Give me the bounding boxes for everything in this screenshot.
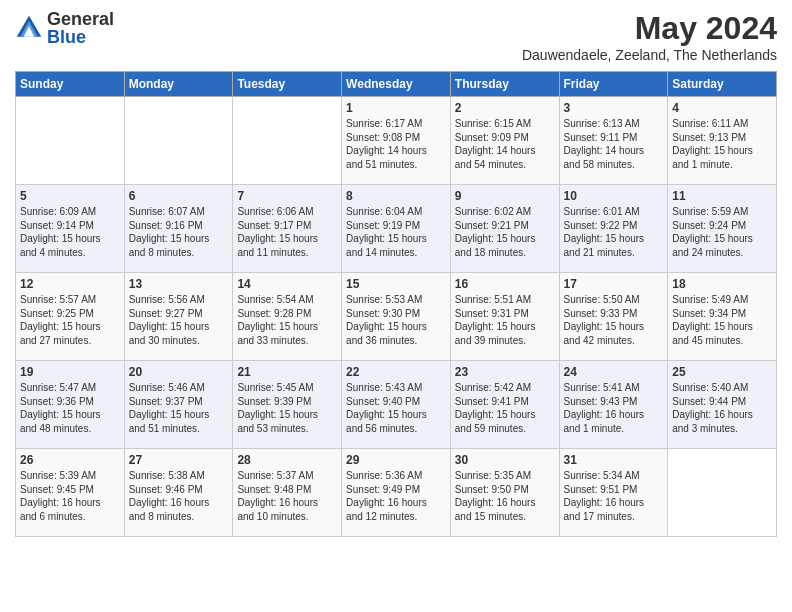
- calendar-cell: [668, 449, 777, 537]
- day-header-tuesday: Tuesday: [233, 72, 342, 97]
- day-number: 21: [237, 365, 337, 379]
- day-info: Sunrise: 5:47 AM Sunset: 9:36 PM Dayligh…: [20, 381, 120, 435]
- calendar-cell: 7Sunrise: 6:06 AM Sunset: 9:17 PM Daylig…: [233, 185, 342, 273]
- calendar-cell: 1Sunrise: 6:17 AM Sunset: 9:08 PM Daylig…: [342, 97, 451, 185]
- day-number: 23: [455, 365, 555, 379]
- calendar-cell: [233, 97, 342, 185]
- day-number: 18: [672, 277, 772, 291]
- day-info: Sunrise: 5:36 AM Sunset: 9:49 PM Dayligh…: [346, 469, 446, 523]
- day-info: Sunrise: 6:02 AM Sunset: 9:21 PM Dayligh…: [455, 205, 555, 259]
- calendar-cell: 25Sunrise: 5:40 AM Sunset: 9:44 PM Dayli…: [668, 361, 777, 449]
- day-header-thursday: Thursday: [450, 72, 559, 97]
- calendar-cell: 21Sunrise: 5:45 AM Sunset: 9:39 PM Dayli…: [233, 361, 342, 449]
- day-info: Sunrise: 6:04 AM Sunset: 9:19 PM Dayligh…: [346, 205, 446, 259]
- day-info: Sunrise: 5:53 AM Sunset: 9:30 PM Dayligh…: [346, 293, 446, 347]
- logo-icon: [15, 14, 43, 42]
- day-number: 10: [564, 189, 664, 203]
- day-number: 25: [672, 365, 772, 379]
- logo-general-text: General: [47, 10, 114, 28]
- calendar-header: SundayMondayTuesdayWednesdayThursdayFrid…: [16, 72, 777, 97]
- day-number: 31: [564, 453, 664, 467]
- calendar-cell: 6Sunrise: 6:07 AM Sunset: 9:16 PM Daylig…: [124, 185, 233, 273]
- day-number: 28: [237, 453, 337, 467]
- calendar-cell: 16Sunrise: 5:51 AM Sunset: 9:31 PM Dayli…: [450, 273, 559, 361]
- day-number: 27: [129, 453, 229, 467]
- day-number: 6: [129, 189, 229, 203]
- week-row-4: 19Sunrise: 5:47 AM Sunset: 9:36 PM Dayli…: [16, 361, 777, 449]
- day-info: Sunrise: 5:46 AM Sunset: 9:37 PM Dayligh…: [129, 381, 229, 435]
- title-block: May 2024 Dauwendaele, Zeeland, The Nethe…: [522, 10, 777, 63]
- day-number: 9: [455, 189, 555, 203]
- day-info: Sunrise: 5:45 AM Sunset: 9:39 PM Dayligh…: [237, 381, 337, 435]
- day-info: Sunrise: 5:41 AM Sunset: 9:43 PM Dayligh…: [564, 381, 664, 435]
- day-info: Sunrise: 5:51 AM Sunset: 9:31 PM Dayligh…: [455, 293, 555, 347]
- day-number: 3: [564, 101, 664, 115]
- logo-text: General Blue: [47, 10, 114, 46]
- calendar-body: 1Sunrise: 6:17 AM Sunset: 9:08 PM Daylig…: [16, 97, 777, 537]
- calendar-cell: 4Sunrise: 6:11 AM Sunset: 9:13 PM Daylig…: [668, 97, 777, 185]
- day-number: 11: [672, 189, 772, 203]
- day-info: Sunrise: 5:38 AM Sunset: 9:46 PM Dayligh…: [129, 469, 229, 523]
- day-info: Sunrise: 6:01 AM Sunset: 9:22 PM Dayligh…: [564, 205, 664, 259]
- day-number: 2: [455, 101, 555, 115]
- day-number: 29: [346, 453, 446, 467]
- calendar-cell: 3Sunrise: 6:13 AM Sunset: 9:11 PM Daylig…: [559, 97, 668, 185]
- logo-blue-text: Blue: [47, 28, 114, 46]
- calendar-cell: 17Sunrise: 5:50 AM Sunset: 9:33 PM Dayli…: [559, 273, 668, 361]
- day-info: Sunrise: 5:54 AM Sunset: 9:28 PM Dayligh…: [237, 293, 337, 347]
- day-number: 12: [20, 277, 120, 291]
- calendar-cell: [16, 97, 125, 185]
- day-info: Sunrise: 6:07 AM Sunset: 9:16 PM Dayligh…: [129, 205, 229, 259]
- calendar-table: SundayMondayTuesdayWednesdayThursdayFrid…: [15, 71, 777, 537]
- day-info: Sunrise: 5:49 AM Sunset: 9:34 PM Dayligh…: [672, 293, 772, 347]
- day-info: Sunrise: 5:42 AM Sunset: 9:41 PM Dayligh…: [455, 381, 555, 435]
- calendar-cell: 26Sunrise: 5:39 AM Sunset: 9:45 PM Dayli…: [16, 449, 125, 537]
- day-header-friday: Friday: [559, 72, 668, 97]
- day-info: Sunrise: 6:13 AM Sunset: 9:11 PM Dayligh…: [564, 117, 664, 171]
- day-info: Sunrise: 5:40 AM Sunset: 9:44 PM Dayligh…: [672, 381, 772, 435]
- week-row-5: 26Sunrise: 5:39 AM Sunset: 9:45 PM Dayli…: [16, 449, 777, 537]
- day-number: 16: [455, 277, 555, 291]
- day-info: Sunrise: 5:39 AM Sunset: 9:45 PM Dayligh…: [20, 469, 120, 523]
- logo: General Blue: [15, 10, 114, 46]
- calendar-cell: 12Sunrise: 5:57 AM Sunset: 9:25 PM Dayli…: [16, 273, 125, 361]
- day-info: Sunrise: 5:56 AM Sunset: 9:27 PM Dayligh…: [129, 293, 229, 347]
- calendar-cell: 14Sunrise: 5:54 AM Sunset: 9:28 PM Dayli…: [233, 273, 342, 361]
- day-number: 20: [129, 365, 229, 379]
- week-row-2: 5Sunrise: 6:09 AM Sunset: 9:14 PM Daylig…: [16, 185, 777, 273]
- day-number: 15: [346, 277, 446, 291]
- calendar-cell: 31Sunrise: 5:34 AM Sunset: 9:51 PM Dayli…: [559, 449, 668, 537]
- day-info: Sunrise: 5:37 AM Sunset: 9:48 PM Dayligh…: [237, 469, 337, 523]
- calendar-cell: 9Sunrise: 6:02 AM Sunset: 9:21 PM Daylig…: [450, 185, 559, 273]
- day-info: Sunrise: 6:17 AM Sunset: 9:08 PM Dayligh…: [346, 117, 446, 171]
- calendar-cell: 18Sunrise: 5:49 AM Sunset: 9:34 PM Dayli…: [668, 273, 777, 361]
- calendar-cell: 15Sunrise: 5:53 AM Sunset: 9:30 PM Dayli…: [342, 273, 451, 361]
- day-number: 22: [346, 365, 446, 379]
- calendar-cell: 23Sunrise: 5:42 AM Sunset: 9:41 PM Dayli…: [450, 361, 559, 449]
- day-header-sunday: Sunday: [16, 72, 125, 97]
- calendar-cell: [124, 97, 233, 185]
- day-number: 5: [20, 189, 120, 203]
- day-info: Sunrise: 6:09 AM Sunset: 9:14 PM Dayligh…: [20, 205, 120, 259]
- day-info: Sunrise: 5:50 AM Sunset: 9:33 PM Dayligh…: [564, 293, 664, 347]
- day-info: Sunrise: 5:59 AM Sunset: 9:24 PM Dayligh…: [672, 205, 772, 259]
- day-info: Sunrise: 6:15 AM Sunset: 9:09 PM Dayligh…: [455, 117, 555, 171]
- day-number: 26: [20, 453, 120, 467]
- days-of-week-row: SundayMondayTuesdayWednesdayThursdayFrid…: [16, 72, 777, 97]
- day-info: Sunrise: 5:35 AM Sunset: 9:50 PM Dayligh…: [455, 469, 555, 523]
- calendar-cell: 30Sunrise: 5:35 AM Sunset: 9:50 PM Dayli…: [450, 449, 559, 537]
- calendar-cell: 27Sunrise: 5:38 AM Sunset: 9:46 PM Dayli…: [124, 449, 233, 537]
- day-number: 19: [20, 365, 120, 379]
- calendar-cell: 11Sunrise: 5:59 AM Sunset: 9:24 PM Dayli…: [668, 185, 777, 273]
- day-number: 7: [237, 189, 337, 203]
- day-number: 4: [672, 101, 772, 115]
- page-header: General Blue May 2024 Dauwendaele, Zeela…: [15, 10, 777, 63]
- day-number: 13: [129, 277, 229, 291]
- day-info: Sunrise: 6:11 AM Sunset: 9:13 PM Dayligh…: [672, 117, 772, 171]
- calendar-cell: 2Sunrise: 6:15 AM Sunset: 9:09 PM Daylig…: [450, 97, 559, 185]
- calendar-cell: 8Sunrise: 6:04 AM Sunset: 9:19 PM Daylig…: [342, 185, 451, 273]
- calendar-cell: 10Sunrise: 6:01 AM Sunset: 9:22 PM Dayli…: [559, 185, 668, 273]
- month-title: May 2024: [522, 10, 777, 47]
- week-row-1: 1Sunrise: 6:17 AM Sunset: 9:08 PM Daylig…: [16, 97, 777, 185]
- day-info: Sunrise: 5:34 AM Sunset: 9:51 PM Dayligh…: [564, 469, 664, 523]
